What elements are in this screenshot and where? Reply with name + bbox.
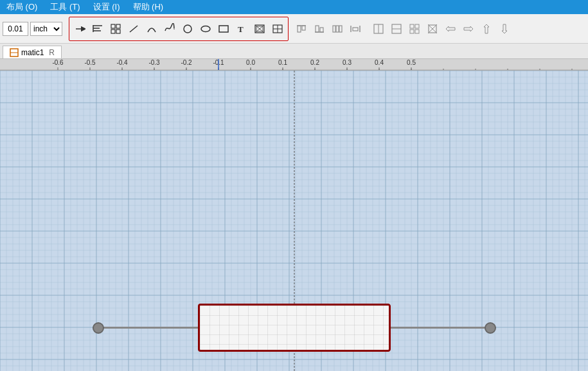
- svg-rect-40: [415, 30, 419, 33]
- tabbar: matic1 R: [0, 44, 588, 59]
- tool-b1-btn[interactable]: [370, 21, 387, 37]
- tool-b7-btn[interactable]: [478, 21, 495, 37]
- tool-b2-btn[interactable]: [388, 21, 405, 37]
- canvas-area[interactable]: [0, 59, 588, 371]
- svg-rect-28: [336, 26, 339, 32]
- unit-select[interactable]: inch mm cm: [30, 22, 62, 36]
- circle-tool-btn[interactable]: [179, 21, 196, 37]
- menu-settings[interactable]: 设置 (I): [89, 1, 124, 13]
- tab-matic1[interactable]: matic1 R: [3, 46, 62, 58]
- resistor-component[interactable]: [98, 304, 490, 352]
- align-tools-section: [291, 17, 366, 41]
- tab-label: matic1: [21, 48, 44, 57]
- menu-help[interactable]: 帮助 (H): [129, 1, 168, 13]
- tool-b5-btn[interactable]: [442, 21, 459, 37]
- svg-rect-39: [410, 30, 414, 33]
- component-box[interactable]: [198, 304, 391, 352]
- table-tool-btn[interactable]: [269, 21, 286, 37]
- unit-value-input[interactable]: [3, 22, 28, 36]
- svg-rect-5: [111, 24, 115, 28]
- svg-rect-38: [415, 24, 419, 28]
- svg-rect-37: [410, 24, 414, 28]
- wire-end-right[interactable]: [485, 322, 496, 334]
- svg-point-11: [201, 26, 210, 31]
- curve-tool-btn[interactable]: [161, 21, 178, 37]
- svg-rect-12: [219, 26, 228, 32]
- menu-layout[interactable]: 布局 (O): [3, 1, 41, 13]
- svg-rect-6: [116, 24, 120, 28]
- svg-rect-25: [320, 28, 323, 32]
- schematic-icon: [10, 48, 19, 57]
- rect-tool-btn[interactable]: [215, 21, 232, 37]
- svg-rect-7: [111, 30, 115, 33]
- arc-tool-btn[interactable]: [143, 21, 160, 37]
- align-bottom-btn[interactable]: [311, 21, 328, 37]
- tab-r-label: R: [49, 48, 55, 57]
- menubar: 布局 (O) 工具 (T) 设置 (I) 帮助 (H): [0, 0, 588, 14]
- unit-controls: inch mm cm: [3, 22, 62, 36]
- text-tool-btn[interactable]: T: [233, 21, 250, 37]
- pointer-tool-btn[interactable]: [71, 21, 88, 37]
- wire-end-left[interactable]: [93, 322, 104, 334]
- svg-text:T: T: [238, 24, 244, 34]
- ellipse-tool-btn[interactable]: [197, 21, 214, 37]
- drawing-tools-section: T: [69, 17, 289, 41]
- image-tool-btn[interactable]: [251, 21, 268, 37]
- wire-right: [391, 327, 490, 329]
- resize-tool-btn[interactable]: [107, 21, 124, 37]
- align-top-btn[interactable]: [293, 21, 310, 37]
- tool-b3-btn[interactable]: [406, 21, 423, 37]
- align-left-btn[interactable]: [89, 21, 106, 37]
- svg-rect-24: [316, 26, 319, 32]
- svg-rect-29: [339, 26, 342, 32]
- extra-tools-section: [368, 17, 515, 41]
- svg-point-10: [184, 25, 192, 33]
- toolbar: inch mm cm: [0, 14, 588, 44]
- svg-line-9: [130, 26, 138, 32]
- tool-b4-btn[interactable]: [424, 21, 441, 37]
- svg-rect-21: [298, 26, 301, 32]
- line-tool-btn[interactable]: [125, 21, 142, 37]
- menu-tools[interactable]: 工具 (T): [46, 1, 84, 13]
- svg-rect-22: [302, 26, 305, 30]
- distribute-h-btn[interactable]: [329, 21, 346, 37]
- main-canvas[interactable]: [0, 71, 588, 371]
- svg-rect-8: [116, 30, 120, 33]
- tool-b8-btn[interactable]: [496, 21, 513, 37]
- svg-rect-27: [333, 26, 335, 32]
- ruler-top: [0, 59, 588, 71]
- wire-left: [98, 327, 198, 329]
- tool-b6-btn[interactable]: [460, 21, 477, 37]
- svg-rect-32: [353, 28, 358, 31]
- tool-a4-btn[interactable]: [347, 21, 364, 37]
